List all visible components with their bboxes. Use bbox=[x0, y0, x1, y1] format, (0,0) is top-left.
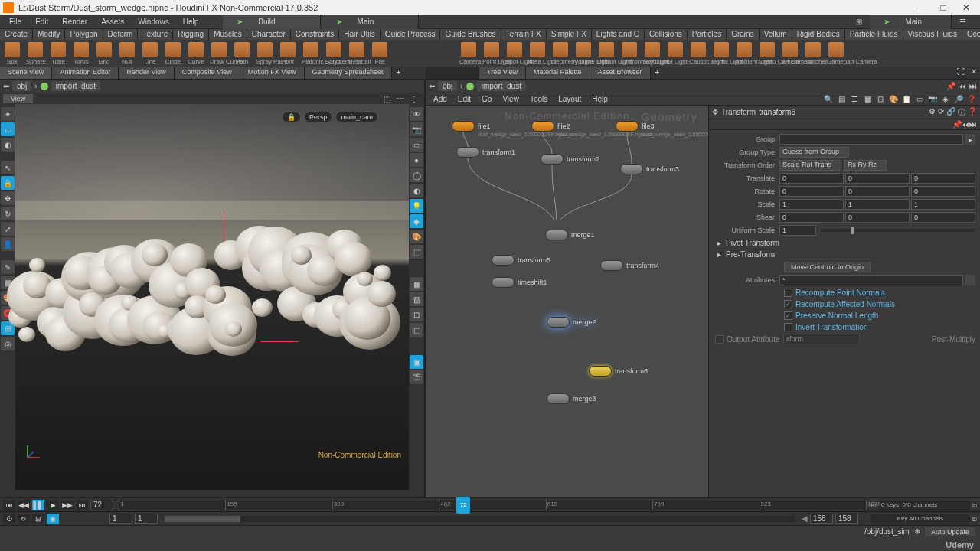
pane-tab-render-view[interactable]: Render View bbox=[119, 67, 174, 79]
rot-order-dropdown[interactable]: Rx Ry Rz bbox=[844, 160, 887, 171]
realtime-icon[interactable]: ⏱ bbox=[3, 514, 15, 524]
shelf-icon-spotlight[interactable]: Spot Light bbox=[505, 42, 524, 65]
shelf-icon-envlight[interactable]: Environment Light bbox=[620, 42, 639, 65]
scale-icon[interactable]: ⤢ bbox=[1, 222, 15, 236]
shy-field[interactable]: 0 bbox=[845, 212, 910, 223]
shelf-tab[interactable]: Character bbox=[247, 29, 291, 40]
sz-field[interactable]: 1 bbox=[911, 199, 975, 210]
reload-icon[interactable]: ⟳ bbox=[938, 107, 944, 118]
desktop-tab-main[interactable]: ➤Main bbox=[322, 15, 420, 29]
shelf-icon-file[interactable]: File bbox=[371, 42, 389, 65]
find-icon[interactable]: 🔍 bbox=[823, 94, 834, 105]
node-file2[interactable]: file2dust_wedge_seed_1.000000/$F.bgeo.sc bbox=[531, 121, 570, 132]
menu-windows[interactable]: Windows bbox=[132, 16, 175, 28]
check-recompute-affected-normals[interactable]: ✓ bbox=[784, 300, 792, 308]
timeline-cursor[interactable]: 72 bbox=[456, 497, 470, 514]
uniform-scale-field[interactable]: 1 bbox=[779, 225, 816, 236]
play-button[interactable]: ▌▌ bbox=[32, 500, 44, 510]
gear-icon[interactable]: ⚙ bbox=[929, 107, 936, 118]
lock-camera-icon[interactable]: 🔒 bbox=[282, 112, 301, 122]
pane-tab-motionfx[interactable]: Motion FX View bbox=[240, 67, 305, 79]
shelf-icon-grid[interactable]: Grid bbox=[95, 42, 113, 65]
node-transform2[interactable]: transform2 bbox=[541, 154, 599, 165]
mask-icon[interactable]: ◐ bbox=[1, 138, 15, 152]
crumb-node[interactable]: import_dust bbox=[477, 81, 526, 91]
select-tool-icon[interactable]: ✦ bbox=[1, 107, 15, 121]
shelf-tab[interactable]: Muscles bbox=[209, 29, 247, 40]
add-tab-button[interactable]: + bbox=[651, 67, 665, 79]
check-recompute-point-normals[interactable] bbox=[784, 289, 792, 297]
shelf-tab[interactable]: Deform bbox=[103, 29, 139, 40]
snap-curve-icon[interactable]: 〰 bbox=[394, 95, 407, 103]
rotate-icon[interactable]: ↻ bbox=[1, 207, 15, 220]
ry-field[interactable]: 0 bbox=[845, 186, 910, 197]
shelf-icon-metaball[interactable]: Metaball bbox=[348, 42, 366, 65]
shelf-tab[interactable]: Oceans bbox=[962, 29, 980, 40]
rz-field[interactable]: 0 bbox=[911, 186, 975, 197]
p-icon[interactable]: ◫ bbox=[410, 323, 423, 337]
shelf-icon-null[interactable]: Null bbox=[118, 42, 136, 65]
pointer-icon[interactable]: ↖ bbox=[1, 161, 15, 174]
shade-icon[interactable]: ● bbox=[410, 153, 423, 167]
xform-order-dropdown[interactable]: Scale Rot Trans bbox=[779, 160, 841, 171]
menu-file[interactable]: File bbox=[3, 16, 28, 28]
shelf-icon-spray[interactable]: Spray Paint bbox=[256, 42, 274, 65]
node-transform5[interactable]: transform5 bbox=[492, 255, 550, 266]
pane-tab-composite[interactable]: Composite View bbox=[175, 67, 240, 79]
brush-icon[interactable]: ✎ bbox=[1, 260, 15, 274]
shz-field[interactable]: 0 bbox=[911, 212, 975, 223]
attributes-field[interactable]: * bbox=[779, 275, 963, 285]
shx-field[interactable]: 0 bbox=[779, 212, 844, 223]
shelf-tab[interactable]: Constraints bbox=[291, 29, 340, 40]
shelf-icon-stereo[interactable]: Stereo Camera bbox=[758, 42, 776, 65]
start-frame-field[interactable]: 1 bbox=[109, 514, 132, 524]
node-transform3[interactable]: transform3 bbox=[620, 164, 679, 174]
play-fwd-button[interactable]: ▶ bbox=[47, 500, 59, 510]
shelf-tab[interactable]: Grains bbox=[727, 29, 759, 40]
move-centroid-button[interactable]: Move Centroid to Origin bbox=[784, 262, 871, 272]
shelf-icon-vrcam[interactable]: VR Camera bbox=[781, 42, 799, 65]
shelf-icon-volumelight[interactable]: Volume Light bbox=[574, 42, 593, 65]
shelf-icon-causticlight[interactable]: Caustic Light bbox=[689, 42, 707, 65]
move-icon[interactable]: ✥ bbox=[1, 191, 15, 205]
tree-icon[interactable]: ⊟ bbox=[875, 94, 886, 105]
palette-icon[interactable]: 🎨 bbox=[888, 94, 899, 105]
shelf-tab[interactable]: Guide Brushes bbox=[440, 29, 501, 40]
next-frame-button[interactable]: ▶▶ bbox=[61, 500, 74, 510]
hq-icon[interactable]: ◆ bbox=[410, 214, 423, 228]
shelf-icon-drawcurve[interactable]: Draw Curve bbox=[210, 42, 228, 65]
snap-point-icon[interactable]: ⋮ bbox=[407, 95, 421, 103]
shelf-tab[interactable]: Modify bbox=[33, 29, 65, 40]
add-tab-button[interactable]: + bbox=[392, 67, 406, 79]
cam-icon[interactable]: 📷 bbox=[410, 122, 423, 136]
camera-dropdown[interactable]: main_cam bbox=[335, 112, 378, 122]
menu-assets[interactable]: Assets bbox=[95, 16, 130, 28]
crumb-node[interactable]: import_dust bbox=[51, 81, 100, 91]
color-icon[interactable]: 🎨 bbox=[410, 230, 423, 243]
menu-edit[interactable]: Edit bbox=[29, 16, 54, 28]
select-obj-icon[interactable]: ▭ bbox=[1, 122, 15, 136]
view-tab[interactable]: View bbox=[3, 94, 33, 103]
shelf-icon-camera[interactable]: Camera bbox=[459, 42, 478, 65]
snapshot-icon[interactable]: 📷 bbox=[927, 94, 938, 105]
attr-menu-icon[interactable] bbox=[965, 275, 975, 285]
pose-icon[interactable]: 👤 bbox=[1, 237, 15, 251]
node-merge2[interactable]: merge2 bbox=[547, 317, 596, 328]
cplane-icon[interactable]: ◎ bbox=[1, 337, 15, 350]
group-type-dropdown[interactable]: Guess from Group bbox=[779, 147, 849, 158]
sx-field[interactable]: 1 bbox=[779, 199, 844, 210]
ty-field[interactable]: 0 bbox=[845, 173, 910, 184]
shelf-tab[interactable]: Particles bbox=[688, 29, 727, 40]
end-frame-field[interactable]: 1 bbox=[135, 514, 158, 524]
keys-menu-icon[interactable]: ⎄ bbox=[972, 514, 977, 523]
help-icon[interactable]: ❓ bbox=[966, 94, 977, 105]
last-frame-button[interactable]: ⏭ bbox=[76, 500, 88, 510]
overview-icon[interactable]: ◈ bbox=[940, 94, 951, 105]
close-pane-icon[interactable]: ✕ bbox=[968, 67, 980, 79]
shelf-tab[interactable]: Rigid Bodies bbox=[792, 29, 845, 40]
group-menu-icon[interactable]: ▸ bbox=[965, 134, 975, 145]
secure-sel-icon[interactable]: 🔒 bbox=[1, 176, 15, 190]
minimize-button[interactable]: — bbox=[910, 1, 931, 15]
pin-icon[interactable]: 📌 bbox=[952, 120, 962, 129]
auto-update-dropdown[interactable]: Auto Update bbox=[925, 527, 975, 536]
